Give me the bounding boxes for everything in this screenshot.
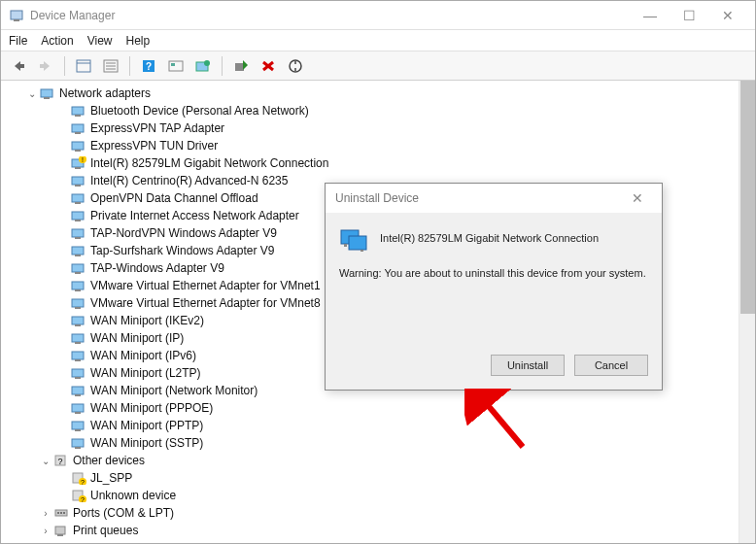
device-icon [40,86,55,100]
device-label: TAP-NordVPN Windows Adapter V9 [90,226,277,240]
category-print-queues[interactable]: ›Print queues [11,522,739,539]
device-item[interactable]: ?JL_SPP [11,469,739,487]
svg-rect-39 [75,237,81,239]
device-item[interactable]: ExpressVPN TUN Driver [11,137,739,154]
svg-point-75 [63,512,65,514]
device-label: Bluetooth Device (Personal Area Network) [90,104,309,118]
menu-file[interactable]: File [9,34,27,48]
device-icon [71,419,86,432]
show-hidden-button[interactable] [72,54,95,78]
category-other-devices[interactable]: ⌄?Other devices [11,452,739,469]
scan-button[interactable] [164,54,188,78]
menu-view[interactable]: View [87,34,113,48]
svg-rect-54 [72,369,84,377]
device-item[interactable]: Bluetooth Device (Personal Area Network) [11,102,739,119]
help-button[interactable]: ? [137,54,160,78]
update-driver-button[interactable] [191,54,215,78]
window-controls: — ☐ ✕ [631,2,747,29]
category-ports[interactable]: ›Ports (COM & LPT) [11,504,739,522]
svg-rect-0 [11,11,22,19]
svg-rect-53 [75,359,81,361]
toolbar-divider [129,56,130,76]
device-icon [71,296,86,310]
device-label: Ports (COM & LPT) [73,506,174,520]
svg-rect-36 [72,212,84,220]
device-icon: ? [71,489,86,502]
device-icon [71,244,86,257]
properties-button[interactable] [99,54,122,78]
close-button[interactable]: ✕ [708,2,747,29]
back-button[interactable] [7,54,30,78]
svg-rect-2 [19,64,24,68]
device-icon [53,524,69,537]
svg-rect-29 [75,167,81,169]
svg-rect-38 [72,229,84,237]
device-icon [71,401,86,415]
uninstall-device-button[interactable] [257,54,280,78]
device-label: Tap-Surfshark Windows Adapter V9 [90,244,274,257]
device-label: JL_SPP [90,471,132,485]
svg-rect-62 [72,439,84,447]
device-item[interactable]: ?Unknown device [11,487,739,504]
device-label: WAN Miniport (Network Monitor) [90,384,258,397]
device-item[interactable]: WAN Miniport (PPTP) [11,417,739,434]
cancel-button[interactable]: Cancel [574,355,648,376]
svg-rect-3 [40,64,45,68]
expander-icon[interactable]: ⌄ [26,88,38,99]
device-label: WAN Miniport (L2TP) [90,366,201,380]
svg-rect-25 [75,132,81,134]
device-icon [71,384,86,397]
dialog-device-name: Intel(R) 82579LM Gigabit Network Connect… [380,232,599,244]
scroll-thumb[interactable] [740,81,755,314]
expander-icon[interactable]: ⌄ [40,456,52,466]
device-label: Unknown device [90,489,176,502]
svg-rect-27 [75,150,81,152]
svg-rect-56 [72,387,84,394]
expander-icon[interactable]: › [40,508,52,519]
device-label: WAN Miniport (PPPOE) [90,401,213,415]
svg-rect-22 [72,107,84,115]
maximize-button[interactable]: ☐ [670,2,708,29]
device-item[interactable]: WAN Miniport (PPPOE) [11,399,739,417]
device-icon [71,279,86,292]
enable-device-button[interactable] [229,54,253,78]
svg-rect-60 [72,422,84,429]
forward-button[interactable] [34,54,57,78]
dialog-close-button[interactable]: ✕ [623,190,652,206]
device-label: Intel(R) 82579LM Gigabit Network Connect… [90,156,328,170]
menu-action[interactable]: Action [41,34,73,48]
dialog-warning-text: Warning: You are about to uninstall this… [339,267,648,279]
svg-rect-63 [75,447,81,449]
svg-rect-20 [41,89,52,97]
svg-rect-50 [72,334,84,342]
svg-rect-42 [72,264,84,272]
device-item[interactable]: !Intel(R) 82579LM Gigabit Network Connec… [11,154,739,172]
scan-hardware-button[interactable] [284,54,307,78]
network-adapter-icon [339,224,370,252]
svg-rect-33 [75,185,81,187]
dialog-button-row: Uninstall Cancel [326,345,662,390]
svg-rect-34 [72,194,84,202]
device-item[interactable]: WAN Miniport (SSTP) [11,434,739,452]
expander-icon[interactable]: › [40,526,52,536]
device-label: WAN Miniport (PPTP) [90,419,203,432]
category-network-adapters[interactable]: ⌄Network adapters [11,85,739,102]
device-icon [71,191,86,205]
uninstall-button[interactable]: Uninstall [491,355,565,376]
svg-rect-46 [72,299,84,307]
svg-rect-1 [14,19,19,21]
device-item[interactable]: ExpressVPN TAP Adapter [11,119,739,137]
device-icon [71,349,86,362]
device-icon [71,139,86,153]
menu-help[interactable]: Help [126,34,151,48]
device-label: WAN Miniport (IP) [90,331,184,345]
svg-rect-49 [75,324,81,326]
device-label: Print queues [73,524,138,537]
svg-rect-51 [75,342,81,344]
svg-rect-41 [75,255,81,256]
device-icon [53,506,69,520]
svg-rect-40 [72,247,84,255]
vertical-scrollbar[interactable] [739,81,755,543]
minimize-button[interactable]: — [631,2,670,29]
device-label: WAN Miniport (SSTP) [90,436,203,450]
